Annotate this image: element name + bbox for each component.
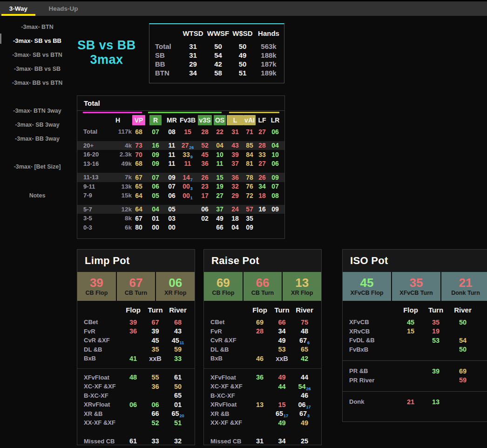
stat-value: xxB — [149, 355, 162, 362]
tab-3-way[interactable]: 3-Way — [1, 1, 35, 16]
row-label: XFvFloat — [204, 374, 248, 381]
stat-value: 13 — [432, 398, 440, 406]
stat-value: 48 — [129, 373, 137, 381]
sidebar-item-3max-bb-vs-sb[interactable]: -3max- BB vs SB — [0, 62, 74, 76]
stat-value: 15 — [184, 128, 191, 136]
stat-value: 50 — [206, 42, 230, 50]
stat-cell: 03 — [165, 215, 178, 222]
stat-value: 676 — [299, 337, 310, 344]
sidebar: -3max- BTN-3max- SB vs BB-3max- SB vs BT… — [0, 20, 74, 203]
sidebar-item-notes[interactable]: Notes — [0, 189, 74, 203]
stat-value: 42 — [206, 60, 230, 68]
stat-value: 84 — [246, 151, 253, 158]
stat-cell: 67 — [145, 319, 166, 326]
stat-cell: 24 — [227, 205, 243, 213]
stat-box-cb-flop: 69CB Flop — [204, 272, 243, 301]
stat-value: 6517 — [276, 410, 288, 417]
stat-value: 31 — [256, 437, 264, 445]
column-header-fv3b: Fv3B — [178, 116, 197, 124]
stat-cell: 32 — [227, 183, 243, 190]
stat-value: 50 — [230, 60, 255, 68]
stat-cell: 28 — [248, 327, 271, 335]
stat-cell: 07 — [146, 128, 165, 136]
stat-value: 23 — [201, 183, 209, 190]
column-header-v3s: v3S — [198, 115, 212, 125]
stat-subscript: 26 — [306, 387, 311, 391]
stat-cell: 52 — [197, 142, 213, 149]
stat-cell: 43 — [227, 142, 243, 149]
sidebar-item-3max-sb-vs-bb[interactable]: -3max- SB vs BB — [0, 34, 74, 48]
table-row: XFvFloat364944 — [204, 373, 321, 382]
stat-value: 49 — [301, 419, 308, 427]
stat-value: 06 — [201, 205, 209, 213]
sidebar-item-3max-sb-vs-btn[interactable]: -3max- SB vs BTN — [0, 48, 74, 62]
row-label: Missed CB — [204, 438, 248, 445]
stat-cell: 19 — [424, 327, 448, 335]
stat-value: 50 — [459, 346, 467, 353]
table-row: XC-XF &XF445426 — [204, 382, 321, 391]
stat-value: 04 — [231, 224, 239, 231]
stat-value: 53 — [278, 346, 285, 353]
stat-value: 09 — [168, 174, 176, 181]
row-label: BTN — [153, 69, 180, 77]
row-label: XR &B — [204, 410, 248, 417]
stat-cell: 39 — [227, 151, 243, 158]
stat-value: 68 — [174, 319, 182, 326]
column-header-turn: Turn — [271, 306, 292, 314]
stat-cell: 003 — [178, 183, 197, 190]
stat-cell: 61 — [122, 437, 145, 445]
row-label: CBet — [77, 319, 122, 326]
stat-cell: 23 — [197, 183, 213, 190]
sidebar-item-3max-sb-3way[interactable]: -3max- SB 3way — [0, 118, 74, 132]
column-header-turn: Turn — [145, 306, 166, 314]
table-row: CvR &XF49676 — [204, 336, 321, 345]
stat-cell: 36 — [227, 174, 243, 181]
stat-cell: 26 — [256, 174, 269, 181]
stat-value: 67 — [135, 215, 142, 222]
stat-value: 28 — [201, 128, 209, 136]
stat-box-xr-flop: 13XR Flop — [283, 272, 321, 301]
stat-value: 65 — [301, 346, 308, 353]
stat-cell: 25 — [292, 437, 317, 445]
stat-cell: 73 — [132, 142, 146, 149]
row-label: XRvCB — [343, 328, 398, 335]
stat-value: 43 — [231, 142, 239, 149]
stat-cell: 15 — [178, 128, 197, 136]
stat-subscript: 17 — [284, 414, 288, 418]
panel-raise-pot: Raise Pot69CB Flop66CB Turn13XR FlopFlop… — [203, 249, 322, 445]
table-row: PR &B3969 — [343, 367, 487, 376]
column-header-flop: Flop — [122, 306, 145, 314]
hands-count: 49k — [104, 160, 132, 167]
stat-cell: 10 — [213, 151, 227, 158]
row-label: XX-XF &XF — [204, 419, 248, 426]
stat-value: 09 — [152, 160, 159, 167]
table-row: 0-36k800000660409 — [77, 223, 284, 232]
stat-cell: 61 — [166, 373, 190, 381]
stat-value: 44 — [301, 373, 308, 381]
sidebar-item-3max-btn-3way[interactable]: -3max- BTN 3way — [0, 104, 74, 118]
sidebar-item-3max-bb-3way[interactable]: -3max- BB 3way — [0, 132, 74, 146]
stat-cell: 04 — [269, 142, 282, 149]
stat-value: 25 — [301, 437, 308, 445]
sidebar-item-3max-btn[interactable]: -3max- BTN — [0, 20, 74, 34]
stat-value: 15 — [407, 327, 414, 335]
stat-cell: 04 — [213, 142, 227, 149]
column-header-vai: vAI — [243, 115, 256, 125]
table-row: FvR363943 — [77, 327, 195, 336]
row-label: XR &B — [77, 410, 122, 417]
tab-heads-up[interactable]: Heads-Up — [45, 1, 82, 16]
stat-value: 4511 — [172, 337, 184, 344]
stat-cell: 48 — [292, 327, 317, 335]
sidebar-item-3max-bet-size[interactable]: -3max- [Bet Size] — [0, 160, 74, 174]
stat-value: 42 — [301, 355, 308, 362]
stat-cell: 10 — [269, 151, 282, 158]
column-header-river: River — [292, 306, 317, 314]
hands-count: 15k — [104, 192, 132, 199]
table-row: SB315449188k — [153, 51, 281, 60]
column-header-river: River — [448, 306, 478, 314]
stat-cell: 52 — [145, 419, 166, 427]
hands-value: 189k — [255, 69, 283, 77]
table-row: XRvFloat13150617 — [204, 400, 321, 409]
sidebar-item-3max-bb-vs-btn[interactable]: -3max- BB vs BTN — [0, 76, 74, 90]
stat-value: 48 — [301, 327, 308, 335]
